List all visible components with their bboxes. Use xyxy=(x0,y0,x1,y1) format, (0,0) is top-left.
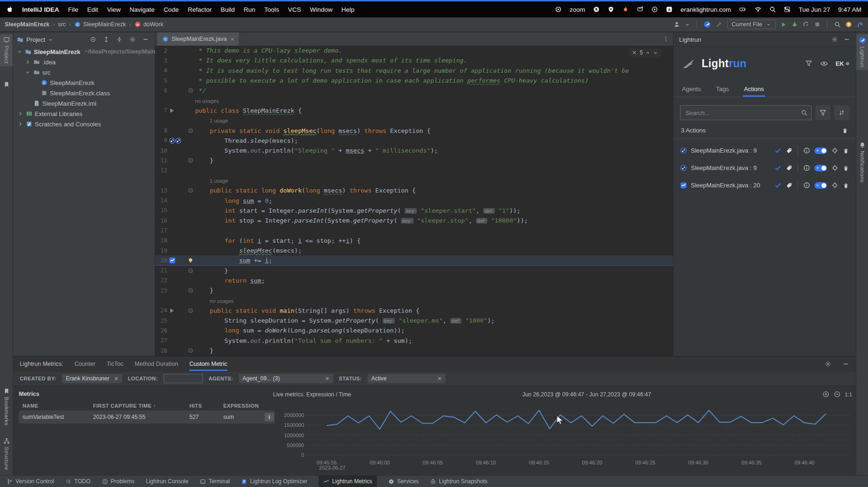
filter-funnel-icon[interactable] xyxy=(805,60,813,67)
code-line[interactable]: 11 } xyxy=(155,155,673,165)
search-everywhere-icon[interactable] xyxy=(834,21,841,28)
tree-item-sleepmainerezk[interactable]: CSleepMainErezk xyxy=(13,77,155,88)
info-icon[interactable] xyxy=(803,182,810,189)
menu-item-window[interactable]: Window xyxy=(310,6,333,13)
code-line[interactable]: 7public class SleepMainErezk { xyxy=(155,106,673,116)
trash-icon[interactable] xyxy=(843,182,849,189)
metrics-tab-counter[interactable]: Counter xyxy=(74,356,95,371)
code-line[interactable]: 12 xyxy=(155,166,673,176)
tree-item-external-libraries[interactable]: External Libraries xyxy=(13,108,155,119)
tree-chevron-icon[interactable] xyxy=(17,49,23,54)
build-hammer-icon[interactable] xyxy=(716,21,722,28)
menu-item-file[interactable]: File xyxy=(68,6,78,13)
action-toggle[interactable] xyxy=(814,147,827,154)
code-line[interactable]: 26 long sum = doWork(Long.parseLong(slee… xyxy=(155,325,673,335)
filter-button[interactable] xyxy=(815,105,830,120)
sidebar-tab-structure[interactable]: Structure xyxy=(0,435,13,472)
lightrun-plugin-icon[interactable] xyxy=(704,21,711,28)
user-initials-badge[interactable]: EK xyxy=(836,60,849,67)
fold-marker-icon[interactable] xyxy=(188,129,193,133)
play-circle-icon[interactable] xyxy=(651,6,658,13)
editor-tab[interactable]: C SleepMainErezk.java × xyxy=(157,32,239,46)
tab-tags[interactable]: Tags xyxy=(715,83,729,97)
eye-icon[interactable] xyxy=(820,60,828,68)
menubar-text[interactable]: Tue Jun 27 xyxy=(798,6,830,13)
menu-item-run[interactable]: Run xyxy=(243,6,255,13)
tag-icon[interactable] xyxy=(786,182,792,189)
navigate-crosshair-icon[interactable] xyxy=(831,147,838,154)
trash-icon[interactable] xyxy=(843,147,849,154)
fold-marker-icon[interactable] xyxy=(188,158,193,162)
action-toggle[interactable] xyxy=(814,182,827,189)
menu-item-navigate[interactable]: Navigate xyxy=(130,6,155,13)
enabled-check-icon[interactable] xyxy=(774,182,782,189)
sidebar-tab-project[interactable]: Project xyxy=(0,34,13,66)
code-line[interactable]: 6 */ xyxy=(155,85,673,95)
code-line[interactable]: 9 Thread.sleep(msecs); xyxy=(155,136,673,146)
profiler-button[interactable] xyxy=(803,21,809,28)
table-header-expression[interactable]: EXPRESSION xyxy=(223,403,279,409)
menu-item-tools[interactable]: Tools xyxy=(264,6,279,13)
navigate-crosshair-icon[interactable] xyxy=(831,164,838,171)
wifi-icon[interactable] xyxy=(755,6,761,13)
remove-filter-icon[interactable]: ✕ xyxy=(438,376,442,382)
statusbar-item-problems[interactable]: Problems xyxy=(102,476,135,487)
trash-icon[interactable] xyxy=(842,127,848,134)
fold-marker-icon[interactable] xyxy=(188,269,193,273)
search-input[interactable] xyxy=(684,109,801,117)
fold-marker-icon[interactable] xyxy=(188,309,193,313)
code-line[interactable]: 15 int start = Integer.parseInt(System.g… xyxy=(155,206,673,216)
sidebar-tab-lightrun[interactable]: Lightrun xyxy=(856,34,868,70)
tree-item-sleepmainerezk-class[interactable]: 01SleepMainErezk.class xyxy=(13,88,155,98)
user-icon[interactable] xyxy=(673,21,680,28)
statusbar-item-services[interactable]: Services xyxy=(388,476,419,487)
shield-pin-icon[interactable] xyxy=(608,6,614,13)
menubar-text[interactable]: 9:47 AM xyxy=(838,6,861,13)
remove-filter-icon[interactable]: ✕ xyxy=(114,376,118,382)
breadcrumb-item[interactable]: src xyxy=(58,21,66,28)
tag-icon[interactable] xyxy=(786,165,792,171)
collapse-all-icon[interactable] xyxy=(116,36,123,43)
hide-panel-icon[interactable] xyxy=(844,36,850,43)
stop-button[interactable] xyxy=(814,21,821,28)
code-line[interactable]: 27 System.out.println("Total sum of numb… xyxy=(155,336,673,346)
menu-item-build[interactable]: Build xyxy=(220,6,235,13)
project-panel-title[interactable]: Project xyxy=(26,36,45,43)
gear-icon[interactable] xyxy=(129,36,136,43)
tree-chevron-icon[interactable] xyxy=(17,121,23,127)
close-icon[interactable]: × xyxy=(230,36,234,43)
hide-panel-icon[interactable] xyxy=(843,361,849,367)
run-line-icon[interactable] xyxy=(169,308,175,314)
breadcrumb-item[interactable]: SleepMainErezk xyxy=(5,21,49,28)
run-line-icon[interactable] xyxy=(169,108,175,114)
spotlight-icon[interactable] xyxy=(769,6,776,13)
filter-chip[interactable]: Erank Kinsbruner✕ xyxy=(62,374,122,383)
code-line[interactable]: 14 long sum = 0; xyxy=(155,195,673,205)
code-line[interactable]: 10 System.out.println("Sleeping " + msec… xyxy=(155,146,673,155)
sidebar-tab-notifications[interactable]: Notifications xyxy=(856,139,868,185)
code-line[interactable]: 28 } xyxy=(155,346,673,356)
code-area[interactable]: 2 * This demo is a CPU-lazy sleeper demo… xyxy=(155,46,673,356)
action-list-item[interactable]: SleepMainErezk.java : 20 xyxy=(673,177,856,194)
table-row[interactable]: sumVariableTest2023-06-27 09:45:55527sum… xyxy=(19,410,275,424)
expand-all-icon[interactable] xyxy=(103,36,109,43)
menu-item-code[interactable]: Code xyxy=(164,6,179,13)
fold-marker-icon[interactable] xyxy=(188,348,193,353)
sidebar-tab-bookmarks[interactable]: Bookmarks xyxy=(0,386,13,428)
code-line[interactable]: 18 for (int i = start; i <= stop; ++i) { xyxy=(155,236,673,246)
tree-chevron-icon[interactable] xyxy=(17,111,23,116)
code-line[interactable]: 2 * This demo is a CPU-lazy sleeper demo… xyxy=(155,46,673,55)
action-toggle[interactable] xyxy=(814,165,827,171)
statusbar-item-terminal[interactable]: Terminal xyxy=(200,476,230,487)
record-icon[interactable] xyxy=(555,6,562,13)
breadcrumb-item[interactable]: CSleepMainErezk xyxy=(74,21,126,28)
action-list-item[interactable]: SleepMainErezk.java : 9 xyxy=(673,159,856,177)
menu-item-help[interactable]: Help xyxy=(342,6,355,13)
action-list-item[interactable]: SleepMainErezk.java : 9 xyxy=(673,142,856,159)
code-annotation-row[interactable]: 1 usage xyxy=(155,176,673,186)
info-icon[interactable] xyxy=(803,164,810,171)
remove-filter-icon[interactable]: ✕ xyxy=(325,376,329,382)
tab-actions[interactable]: Actions xyxy=(743,83,765,97)
code-line[interactable]: 21 } xyxy=(155,266,673,276)
run-configuration-select[interactable]: Current File xyxy=(727,20,776,29)
